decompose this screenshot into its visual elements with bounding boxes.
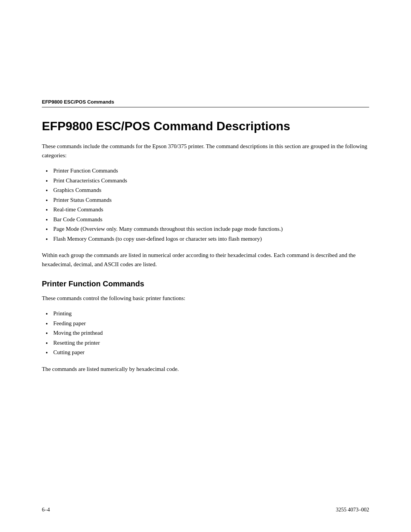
list-item: Bar Code Commands xyxy=(42,215,369,225)
footer-page-number: 6–4 xyxy=(42,507,50,513)
section1-heading: Printer Function Commands xyxy=(42,280,369,288)
list-item: Print Characteristics Commands xyxy=(42,176,369,186)
list-item: Printer Function Commands xyxy=(42,166,369,176)
list-item: Real-time Commands xyxy=(42,205,369,215)
header-label: EFP9800 ESC/POS Commands xyxy=(42,99,369,107)
list-item: Graphics Commands xyxy=(42,185,369,195)
list-item: Cutting paper xyxy=(42,348,369,358)
page: EFP9800 ESC/POS Commands EFP9800 ESC/POS… xyxy=(0,0,411,532)
list-item: Printing xyxy=(42,309,369,319)
header-section: EFP9800 ESC/POS Commands EFP9800 ESC/POS… xyxy=(0,0,411,133)
list-item: Flash Memory Commands (to copy user-defi… xyxy=(42,234,369,244)
footer: 6–4 3255 4073–002 xyxy=(42,507,369,513)
section1-closing: The commands are listed numerically by h… xyxy=(42,364,369,374)
list-item: Feeding paper xyxy=(42,319,369,329)
section1-intro: These commands control the following bas… xyxy=(42,294,369,303)
list-item: Page Mode (Overview only. Many commands … xyxy=(42,224,369,234)
content-area: These commands include the commands for … xyxy=(0,142,411,374)
intro-paragraph1: These commands include the commands for … xyxy=(42,142,369,160)
list-item: Printer Status Commands xyxy=(42,195,369,205)
page-title: EFP9800 ESC/POS Command Descriptions xyxy=(42,119,369,133)
list-item: Resetting the printer xyxy=(42,338,369,348)
section1-list: Printing Feeding paper Moving the printh… xyxy=(42,309,369,358)
footer-doc-number: 3255 4073–002 xyxy=(336,507,370,513)
intro-paragraph2: Within each group the commands are liste… xyxy=(42,251,369,269)
list-item: Moving the printhead xyxy=(42,328,369,338)
categories-list: Printer Function Commands Print Characte… xyxy=(42,166,369,244)
